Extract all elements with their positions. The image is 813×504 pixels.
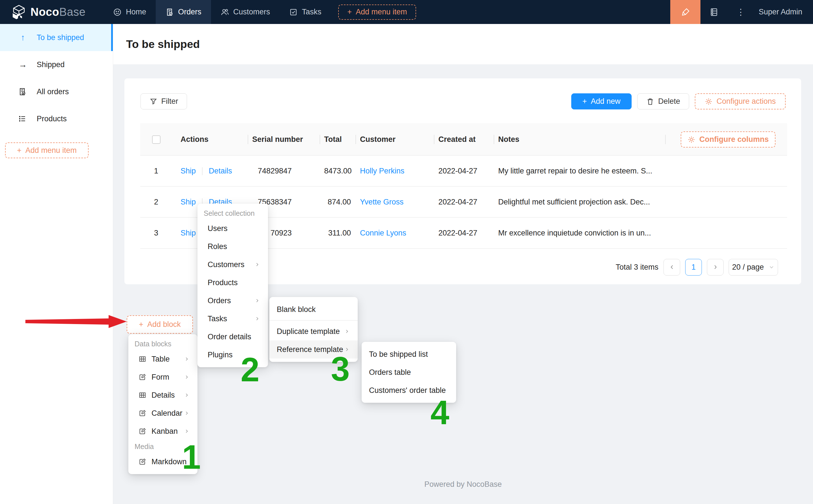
filter-funnel-icon bbox=[150, 98, 157, 105]
smile-icon bbox=[113, 8, 122, 16]
customer-link[interactable]: Connie Lyons bbox=[360, 229, 406, 237]
chevron-down-icon bbox=[768, 264, 775, 270]
filter-label: Filter bbox=[161, 97, 178, 106]
pagination-next-button[interactable] bbox=[707, 259, 724, 276]
sidebar-item-products[interactable]: Products bbox=[0, 105, 113, 132]
menu-item-tasks[interactable]: Tasks bbox=[197, 310, 268, 328]
select-all-checkbox[interactable] bbox=[152, 135, 161, 144]
ship-link[interactable]: Ship bbox=[181, 229, 196, 237]
menu-item-roles[interactable]: Roles bbox=[197, 237, 268, 256]
sidebar-item-label: Shipped bbox=[37, 60, 65, 69]
ship-link[interactable]: Ship bbox=[181, 167, 196, 175]
logo-cube-icon bbox=[11, 5, 27, 20]
nav-item-orders[interactable]: Orders bbox=[156, 0, 211, 24]
sidebar: ↑ To be shipped → Shipped All orders bbox=[0, 24, 113, 504]
highlighter-icon bbox=[681, 7, 690, 17]
sidebar-add-menu-item-label: Add menu item bbox=[25, 146, 77, 155]
annotation-step-3: 3 bbox=[331, 352, 350, 386]
menu-item-kanban[interactable]: Kanban bbox=[128, 422, 197, 440]
nav-add-menu-item-button[interactable]: + Add menu item bbox=[338, 5, 416, 20]
ship-link[interactable]: Ship bbox=[181, 198, 196, 206]
add-block-button[interactable]: + Add block bbox=[127, 315, 193, 334]
chevron-right-icon bbox=[184, 410, 190, 416]
sidebar-item-to-be-shipped[interactable]: ↑ To be shipped bbox=[0, 24, 113, 51]
table-grid-icon bbox=[139, 391, 146, 399]
form-icon bbox=[139, 373, 146, 381]
configure-columns-label: Configure columns bbox=[699, 135, 769, 144]
form-icon bbox=[139, 409, 146, 417]
configure-columns-button[interactable]: Configure columns bbox=[681, 131, 775, 148]
menu-item-blank-block[interactable]: Blank block bbox=[269, 300, 358, 318]
gear-icon bbox=[705, 98, 713, 105]
table-header-row: Actions Serial number Total Customer Cre… bbox=[140, 123, 787, 156]
annotation-step-1: 1 bbox=[182, 440, 201, 474]
add-new-button[interactable]: + Add new bbox=[571, 93, 632, 109]
menu-item-duplicate-template[interactable]: Duplicate template bbox=[269, 322, 358, 340]
menu-item-details[interactable]: Details bbox=[128, 386, 197, 404]
plus-icon: + bbox=[17, 146, 21, 155]
menu-item-form[interactable]: Form bbox=[128, 368, 197, 386]
row-index: 3 bbox=[140, 229, 172, 237]
footer-text: Powered by NocoBase bbox=[113, 480, 813, 489]
action-divider bbox=[202, 167, 203, 175]
table-actions-toolbar: + Add new Delete bbox=[571, 93, 786, 109]
chevron-right-icon bbox=[184, 374, 190, 380]
gear-icon bbox=[687, 136, 695, 144]
nav-item-home[interactable]: Home bbox=[104, 0, 156, 24]
sidebar-add-menu-item-button[interactable]: + Add menu item bbox=[5, 142, 89, 158]
delete-button[interactable]: Delete bbox=[637, 93, 689, 109]
customer-link[interactable]: Yvette Gross bbox=[360, 198, 404, 206]
configure-actions-button[interactable]: Configure actions bbox=[695, 93, 786, 109]
row-index: 1 bbox=[140, 167, 172, 175]
pagination-page-1[interactable]: 1 bbox=[685, 259, 702, 276]
page-size-select[interactable]: 20 / page bbox=[729, 259, 778, 276]
menu-item-orders-table[interactable]: Orders table bbox=[362, 363, 456, 381]
table-grid-icon bbox=[139, 355, 146, 363]
customer-cell: Yvette Gross bbox=[356, 198, 434, 206]
menu-item-orders[interactable]: Orders bbox=[197, 292, 268, 310]
sidebar-item-label: To be shipped bbox=[37, 33, 84, 42]
add-block-label: Add block bbox=[147, 320, 181, 329]
chevron-right-icon bbox=[254, 298, 260, 303]
menu-item-calendar[interactable]: Calendar bbox=[128, 404, 197, 422]
select-all-cell bbox=[140, 123, 172, 156]
total-cell: 874.00 bbox=[320, 198, 356, 206]
menu-divider bbox=[269, 320, 358, 321]
form-icon bbox=[139, 458, 146, 466]
menu-group-data-blocks: Data blocks bbox=[128, 338, 197, 350]
pagination: Total 3 items 1 20 / page bbox=[616, 259, 778, 276]
configure-actions-label: Configure actions bbox=[717, 97, 776, 106]
chevron-right-icon bbox=[254, 262, 260, 267]
pagination-total: Total 3 items bbox=[616, 263, 658, 272]
menu-item-to-be-shipped-list[interactable]: To be shipped list bbox=[362, 345, 456, 363]
navbar-right: ⋮ Super Admin bbox=[670, 0, 813, 24]
menu-item-products[interactable]: Products bbox=[197, 274, 268, 292]
nav-item-label: Customers bbox=[233, 8, 270, 16]
nocobase-logo[interactable]: NocoBase bbox=[11, 5, 85, 20]
more-menu-button[interactable]: ⋮ bbox=[727, 0, 754, 24]
sidebar-item-all-orders[interactable]: All orders bbox=[0, 78, 113, 105]
sidebar-item-shipped[interactable]: → Shipped bbox=[0, 51, 113, 78]
chevron-right-icon bbox=[184, 392, 190, 398]
nav-item-tasks[interactable]: Tasks bbox=[280, 0, 331, 24]
details-link[interactable]: Details bbox=[209, 167, 232, 175]
customer-link[interactable]: Holly Perkins bbox=[360, 167, 405, 175]
menu-item-table[interactable]: Table bbox=[128, 350, 197, 368]
top-navbar: NocoBase Home bbox=[0, 0, 813, 24]
menu-item-customers[interactable]: Customers bbox=[197, 256, 268, 274]
filter-button[interactable]: Filter bbox=[140, 93, 187, 109]
column-header-created-at: Created at bbox=[434, 123, 494, 156]
database-manager-button[interactable] bbox=[700, 0, 727, 24]
app-root: NocoBase Home bbox=[0, 0, 813, 504]
user-menu[interactable]: Super Admin bbox=[759, 8, 802, 16]
pagination-prev-button[interactable] bbox=[663, 259, 680, 276]
menu-item-users[interactable]: Users bbox=[197, 219, 268, 237]
nav-item-label: Tasks bbox=[302, 8, 321, 16]
logo-text-bold: Noco bbox=[30, 6, 59, 18]
menu-item-order-details[interactable]: Order details bbox=[197, 328, 268, 346]
nav-item-label: Home bbox=[126, 8, 146, 16]
menu-group-select-collection: Select collection bbox=[197, 207, 268, 219]
logo-text-light: Base bbox=[59, 6, 85, 18]
ui-editor-button[interactable] bbox=[670, 0, 700, 24]
nav-item-customers[interactable]: Customers bbox=[211, 0, 280, 24]
